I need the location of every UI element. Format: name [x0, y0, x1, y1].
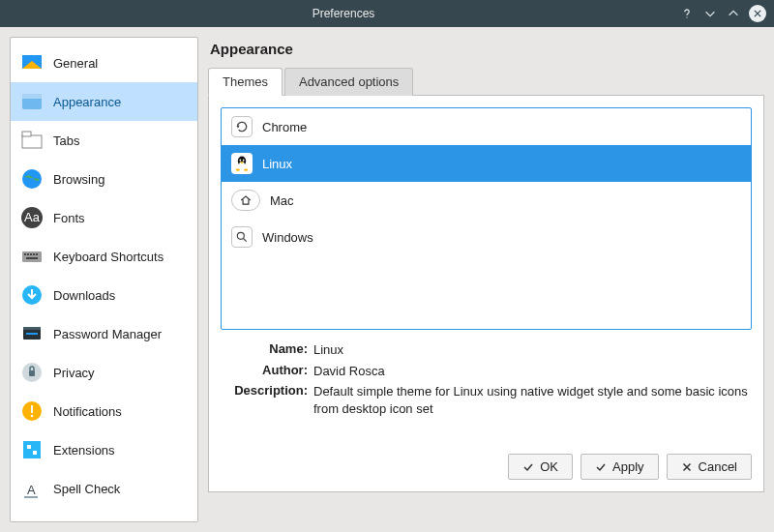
svg-line-41 — [244, 239, 247, 242]
search-icon — [231, 226, 253, 248]
svg-rect-13 — [30, 253, 32, 255]
tabs-icon — [20, 129, 44, 152]
svg-point-0 — [686, 16, 687, 17]
globe-icon — [20, 167, 44, 191]
svg-rect-4 — [22, 94, 42, 99]
sidebar-item-notifications[interactable]: Notifications — [11, 392, 197, 430]
titlebar-controls — [679, 5, 766, 22]
tux-icon — [231, 153, 253, 174]
theme-item-label: Chrome — [262, 120, 307, 134]
help-icon[interactable] — [679, 6, 695, 21]
cancel-button[interactable]: Cancel — [667, 454, 752, 480]
svg-rect-12 — [27, 253, 29, 255]
cancel-button-label: Cancel — [699, 459, 737, 474]
svg-rect-26 — [23, 441, 41, 458]
appearance-icon — [20, 90, 44, 113]
detail-name-value: Linux — [313, 341, 752, 359]
sidebar-item-password-manager[interactable]: Password Manager — [11, 314, 197, 353]
svg-marker-31 — [237, 126, 240, 129]
svg-rect-20 — [26, 333, 38, 335]
apply-button[interactable]: Apply — [580, 454, 659, 480]
sidebar-item-label: Fonts — [53, 211, 85, 225]
general-icon — [20, 51, 44, 74]
spell-check-icon: A — [20, 477, 44, 500]
svg-point-35 — [240, 160, 242, 162]
sidebar-item-label: Keyboard Shortcuts — [53, 250, 164, 264]
keyboard-icon — [20, 245, 44, 268]
detail-description-label: Description: — [221, 383, 308, 417]
svg-rect-6 — [22, 132, 31, 136]
dialog-button-row: OK Apply Cancel — [221, 444, 752, 480]
sidebar-item-label: General — [53, 56, 98, 71]
theme-item-linux[interactable]: Linux — [222, 145, 751, 182]
sidebar-item-spell-check[interactable]: A Spell Check — [11, 469, 197, 508]
sidebar-item-label: Extensions — [53, 443, 115, 458]
theme-item-windows[interactable]: Windows — [222, 219, 751, 255]
sidebar-item-appearance[interactable]: Appearance — [11, 82, 197, 121]
tab-bar: Themes Advanced options — [208, 67, 764, 96]
svg-rect-5 — [22, 135, 42, 148]
svg-rect-16 — [26, 257, 38, 259]
window-title: Preferences — [8, 7, 679, 20]
close-icon[interactable] — [749, 5, 766, 22]
extensions-icon — [20, 438, 44, 461]
sidebar-item-label: Browsing — [53, 172, 104, 187]
ok-button-label: OK — [540, 459, 558, 474]
sidebar-item-privacy[interactable]: Privacy — [11, 353, 197, 392]
sidebar-item-fonts[interactable]: Aa Fonts — [11, 198, 197, 237]
refresh-icon — [231, 116, 253, 137]
minimize-icon[interactable] — [702, 6, 718, 21]
sidebar-item-label: Privacy — [53, 366, 95, 380]
sidebar-item-tabs[interactable]: Tabs — [11, 121, 197, 160]
svg-point-25 — [31, 415, 34, 418]
home-icon — [231, 190, 260, 211]
notifications-icon — [20, 399, 44, 423]
sidebar-item-label: Spell Check — [53, 482, 120, 496]
maximize-icon[interactable] — [726, 6, 741, 21]
theme-item-chrome[interactable]: Chrome — [222, 108, 751, 145]
svg-point-38 — [236, 169, 240, 171]
sidebar-item-label: Appearance — [53, 95, 121, 109]
sidebar-item-label: Tabs — [53, 133, 79, 148]
theme-detail: Name: Linux Author: David Rosca Descript… — [221, 341, 752, 417]
svg-text:A: A — [27, 483, 36, 497]
sidebar-item-keyboard-shortcuts[interactable]: Keyboard Shortcuts — [11, 237, 197, 276]
close-icon — [681, 461, 693, 473]
svg-rect-14 — [33, 253, 35, 255]
tab-advanced-options[interactable]: Advanced options — [284, 68, 413, 96]
tab-themes[interactable]: Themes — [208, 68, 283, 96]
svg-rect-22 — [29, 370, 35, 376]
svg-rect-10 — [22, 251, 42, 262]
theme-item-label: Mac — [270, 193, 294, 208]
sidebar-item-label: Notifications — [53, 404, 122, 419]
detail-author-label: Author: — [221, 363, 308, 380]
ok-button[interactable]: OK — [508, 454, 573, 480]
svg-point-40 — [237, 232, 244, 239]
window-titlebar: Preferences — [0, 0, 774, 27]
svg-rect-27 — [27, 445, 31, 449]
sidebar-item-label: Password Manager — [53, 327, 162, 341]
detail-author-value: David Rosca — [313, 363, 752, 380]
svg-text:Aa: Aa — [24, 210, 41, 224]
fonts-icon: Aa — [20, 206, 44, 229]
main-panel: Appearance Themes Advanced options Chrom… — [208, 37, 764, 522]
svg-rect-30 — [24, 496, 38, 498]
sidebar-item-extensions[interactable]: Extensions — [11, 430, 197, 469]
apply-button-label: Apply — [612, 459, 644, 474]
svg-rect-15 — [36, 253, 38, 255]
sidebar-item-browsing[interactable]: Browsing — [11, 160, 197, 198]
check-icon — [595, 461, 607, 473]
svg-point-39 — [244, 169, 248, 171]
theme-item-label: Windows — [262, 230, 313, 245]
sidebar-item-downloads[interactable]: Downloads — [11, 276, 197, 314]
sidebar-item-general[interactable]: General — [11, 44, 197, 82]
svg-rect-11 — [24, 253, 26, 255]
tab-panel-themes: Chrome Linux Mac — [208, 96, 764, 492]
detail-name-label: Name: — [221, 341, 308, 359]
themes-list: Chrome Linux Mac — [221, 107, 752, 330]
svg-rect-19 — [23, 327, 41, 330]
theme-item-mac[interactable]: Mac — [222, 182, 751, 219]
check-icon — [522, 461, 534, 473]
page-title: Appearance — [208, 37, 764, 67]
privacy-icon — [20, 361, 44, 384]
